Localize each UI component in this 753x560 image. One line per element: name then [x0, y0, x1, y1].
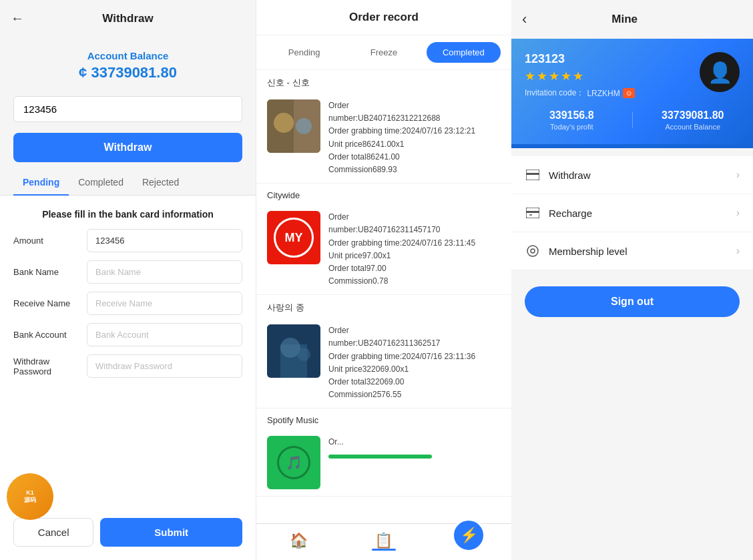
page-title: Withdraw — [102, 12, 153, 25]
blue-accent-bar — [511, 144, 753, 148]
field-amount[interactable] — [87, 229, 242, 252]
svg-point-3 — [296, 118, 312, 134]
mine-back-button[interactable]: ‹ — [522, 11, 527, 28]
account-balance-value: 33739081.80 — [646, 109, 740, 121]
balance-value: 33739081.80 — [91, 64, 176, 81]
withdraw-icon — [525, 167, 541, 183]
recharge-icon — [525, 205, 541, 221]
label-bank-name: Bank Name — [13, 267, 87, 277]
svg-point-14 — [531, 249, 535, 253]
withdraw-button[interactable]: Withdraw — [13, 133, 242, 162]
balance-amount: ¢ 33739081.80 — [13, 64, 242, 81]
withdraw-chevron: › — [736, 169, 740, 181]
signout-button[interactable]: Sign out — [525, 286, 740, 317]
recharge-menu-label: Recharge — [549, 208, 736, 219]
amount-input[interactable] — [13, 96, 242, 122]
withdraw-header: ← Withdraw — [0, 0, 256, 37]
drama2-thumb-image — [267, 324, 320, 378]
membership-menu-label: Membership level — [549, 246, 736, 257]
spotify-logo: 🎵 — [277, 446, 310, 479]
today-profit-value: 339156.8 — [525, 109, 619, 121]
submit-button[interactable]: Submit — [100, 518, 242, 547]
label-receive-name: Receive Name — [13, 298, 87, 308]
menu-item-recharge[interactable]: Recharge › — [511, 194, 753, 232]
mine-title: Mine — [527, 13, 722, 26]
avatar-icon: 👤 — [708, 61, 732, 84]
order-details-1: Order number:UB2407162312212688 Order gr… — [328, 99, 501, 176]
balance-label: Account Balance — [13, 50, 242, 61]
stats-divider — [632, 112, 633, 128]
account-balance-label: Account Balance — [646, 123, 740, 131]
home-icon: 🏠 — [290, 532, 308, 549]
svg-point-13 — [527, 246, 538, 256]
invitation-label: Invitation code： — [525, 87, 584, 99]
svg-rect-11 — [526, 211, 539, 213]
order-details-2: Order number:UB2407162311457170 Order gr… — [328, 211, 501, 288]
lightning-tab[interactable]: ⚡ — [427, 529, 511, 555]
order-thumb-1 — [267, 99, 320, 153]
svg-point-7 — [297, 348, 310, 361]
spotify-bar-container — [328, 455, 501, 459]
order-detail-text-1: Order number:UB2407162312212688 Order gr… — [328, 99, 501, 176]
profile-top: 123123 ★★★★★ Invitation code： LRZKHM ⊙ 👤 — [525, 52, 740, 99]
order-thumb-4: 🎵 — [267, 436, 320, 489]
tab-rejected[interactable]: Rejected — [133, 170, 188, 196]
menu-item-withdraw[interactable]: Withdraw › — [511, 156, 753, 194]
order-icon: 📋 — [374, 532, 393, 549]
bank-card-form: Please fill in the bank card information… — [0, 196, 256, 511]
order-group-2: Citywide — [256, 184, 511, 204]
cancel-button[interactable]: Cancel — [13, 518, 93, 547]
field-receive-name[interactable] — [87, 292, 242, 315]
field-bank-name[interactable] — [87, 260, 242, 284]
spotify-thumb-image: 🎵 — [267, 436, 320, 489]
orders-tab[interactable]: 📋 — [341, 529, 426, 555]
membership-icon — [525, 243, 541, 259]
profile-info: 123123 ★★★★★ Invitation code： LRZKHM ⊙ — [525, 52, 635, 99]
menu-item-membership[interactable]: Membership level › — [511, 232, 753, 270]
profile-stats: 339156.8 Today's profit 33739081.80 Acco… — [525, 109, 740, 131]
form-row-amount: Amount — [13, 229, 242, 252]
withdraw-menu-label: Withdraw — [549, 170, 736, 181]
order-header: Order record — [256, 0, 511, 35]
order-title: Order record — [267, 11, 501, 24]
order-tab-completed[interactable]: Completed — [427, 42, 501, 63]
tab-completed[interactable]: Completed — [69, 170, 133, 196]
field-withdraw-password[interactable] — [87, 354, 242, 378]
order-details-3: Order number:UB2407162311362517 Order gr… — [328, 324, 501, 401]
back-button[interactable]: ← — [11, 11, 24, 26]
order-item-4: 🎵 Or... — [256, 429, 511, 497]
menu-list: Withdraw › Recharge › Membership leve — [511, 156, 753, 270]
field-bank-account[interactable] — [87, 323, 242, 346]
recharge-chevron: › — [736, 207, 740, 219]
form-row-bank-name: Bank Name — [13, 260, 242, 284]
order-tab-pending[interactable]: Pending — [267, 42, 341, 63]
citywide-logo: MY — [274, 218, 314, 258]
order-thumb-2: MY — [267, 211, 320, 264]
order-thumb-3 — [267, 324, 320, 378]
stat-account-balance: 33739081.80 Account Balance — [646, 109, 740, 131]
stat-today-profit: 339156.8 Today's profit — [525, 109, 619, 131]
order-tab-wrap: 📋 — [374, 532, 393, 549]
invitation-code: LRZKHM — [587, 89, 619, 98]
form-row-withdraw-password: Withdraw Password — [13, 354, 242, 378]
order-item-2: MY Order number:UB2407162311457170 Order… — [256, 204, 511, 295]
profile-stars: ★★★★★ — [525, 69, 635, 83]
order-record-panel: Order record Pending Freeze Completed 신호… — [256, 0, 511, 560]
lightning-icon: ⚡ — [460, 527, 478, 544]
watermark-logo: K1源码 — [7, 473, 53, 520]
order-tab-freeze[interactable]: Freeze — [346, 42, 421, 63]
order-tab-indicator — [372, 549, 396, 551]
order-tabs: Pending Freeze Completed — [256, 35, 511, 70]
order-detail-text-4: Or... — [328, 436, 501, 449]
order-list: 신호 - 신호 Order number:UB2407162312212688 … — [256, 70, 511, 523]
tab-pending[interactable]: Pending — [13, 170, 69, 196]
copy-badge[interactable]: ⊙ — [623, 88, 635, 98]
order-group-3: 사랑의 종 — [256, 295, 511, 318]
lightning-button[interactable]: ⚡ — [452, 519, 485, 552]
home-tab[interactable]: 🏠 — [256, 529, 341, 555]
status-tabs: Pending Completed Rejected — [0, 170, 256, 196]
order-details-4: Or... — [328, 436, 501, 489]
drama1-thumb-image — [267, 99, 320, 153]
amount-input-wrap — [0, 88, 256, 130]
signout-section: Sign out — [511, 273, 753, 330]
